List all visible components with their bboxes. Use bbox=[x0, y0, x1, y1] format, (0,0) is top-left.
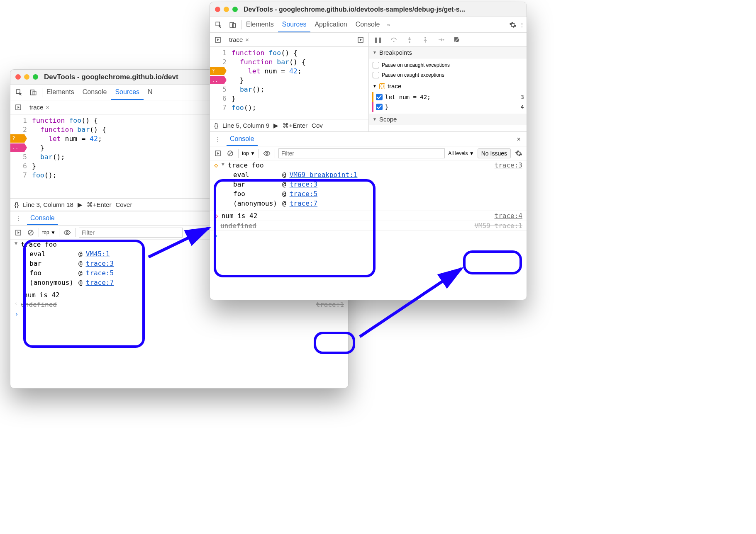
more-files-icon[interactable] bbox=[356, 35, 365, 44]
play-icon[interactable]: ▶ bbox=[78, 201, 83, 209]
console-undefined: undefined bbox=[220, 222, 256, 230]
source-link[interactable]: trace:1 bbox=[316, 301, 344, 308]
coverage-label[interactable]: Cover bbox=[115, 201, 132, 208]
close-icon[interactable]: × bbox=[245, 36, 249, 43]
source-link[interactable]: trace:5 bbox=[290, 190, 317, 198]
checkbox-icon[interactable] bbox=[376, 94, 383, 100]
source-link[interactable]: trace:5 bbox=[86, 269, 114, 277]
checkbox-icon[interactable] bbox=[376, 104, 383, 110]
pretty-print-icon[interactable]: {} bbox=[15, 201, 19, 208]
close-icon[interactable] bbox=[215, 7, 220, 12]
source-link[interactable]: trace:3 bbox=[86, 260, 114, 267]
step-out-icon[interactable] bbox=[421, 35, 430, 44]
source-link[interactable]: trace:3 bbox=[290, 180, 317, 188]
source-link[interactable]: trace:7 bbox=[86, 279, 114, 286]
tab-console[interactable]: Console bbox=[351, 17, 384, 32]
log-levels-selector[interactable]: All levels ▼ bbox=[448, 150, 474, 156]
console-prompt-icon[interactable]: › bbox=[15, 310, 19, 318]
kebab-menu-icon[interactable]: ⋮ bbox=[517, 20, 527, 29]
tab-elements[interactable]: Elements bbox=[42, 85, 78, 100]
maximize-icon[interactable] bbox=[33, 74, 38, 80]
filter-input[interactable] bbox=[79, 228, 183, 238]
tab-network-truncated[interactable]: N bbox=[144, 85, 157, 100]
source-link[interactable]: trace:3 bbox=[495, 161, 522, 169]
close-drawer-icon[interactable]: ✕ bbox=[514, 135, 523, 144]
breakpoint-row[interactable]: let num = 42; 3 bbox=[372, 92, 524, 102]
source-link[interactable]: trace:7 bbox=[290, 199, 317, 207]
show-console-sidebar-icon[interactable] bbox=[213, 149, 222, 158]
source-link[interactable]: trace:4 bbox=[495, 212, 522, 220]
breakpoint-marker-orange[interactable]: ? bbox=[210, 67, 227, 75]
no-issues-button[interactable]: No Issues bbox=[478, 148, 511, 158]
inspect-icon[interactable] bbox=[15, 88, 24, 97]
cursor-position: Line 5, Column 9 bbox=[222, 122, 269, 129]
step-into-icon[interactable] bbox=[405, 35, 414, 44]
source-link[interactable]: VM59 trace:1 bbox=[474, 222, 522, 230]
tab-sources[interactable]: Sources bbox=[111, 85, 144, 100]
breakpoint-marker-pink[interactable]: .. bbox=[210, 76, 227, 84]
context-selector[interactable]: top ▼ bbox=[242, 150, 255, 156]
run-shortcut: ⌘+Enter bbox=[283, 122, 307, 129]
tab-console-drawer[interactable]: Console bbox=[27, 212, 58, 225]
close-icon[interactable]: × bbox=[46, 104, 49, 111]
file-tab-trace[interactable]: trace × bbox=[26, 102, 53, 112]
drawer-menu-icon[interactable]: ⋮ bbox=[213, 135, 222, 144]
more-tabs-icon[interactable]: » bbox=[384, 20, 393, 29]
tab-elements[interactable]: Elements bbox=[242, 17, 278, 32]
checkbox-icon[interactable] bbox=[373, 62, 379, 68]
checkbox-icon[interactable] bbox=[373, 72, 379, 78]
settings-icon[interactable] bbox=[514, 149, 523, 158]
bp-file-label[interactable]: trace bbox=[388, 83, 401, 90]
source-link[interactable]: VM45:1 bbox=[86, 250, 110, 258]
inspect-icon[interactable] bbox=[214, 20, 223, 29]
svg-rect-1 bbox=[30, 90, 34, 95]
stack-frame: eval@ VM69 breakpoint:1 bbox=[229, 170, 527, 180]
settings-icon[interactable] bbox=[508, 20, 517, 29]
navigator-icon[interactable] bbox=[14, 103, 23, 112]
step-icon[interactable] bbox=[437, 35, 446, 44]
eye-icon[interactable] bbox=[63, 228, 72, 237]
breakpoint-marker-pink[interactable]: .. bbox=[10, 143, 27, 152]
filter-input[interactable] bbox=[278, 148, 445, 158]
pause-icon[interactable]: ❚❚ bbox=[373, 35, 383, 44]
minimize-icon[interactable] bbox=[224, 7, 229, 12]
context-selector[interactable]: top ▼ bbox=[42, 230, 56, 235]
stack-frame: foo@ trace:5 bbox=[229, 189, 527, 199]
pretty-print-icon[interactable]: {} bbox=[214, 122, 218, 129]
breakpoint-row[interactable]: } 4 bbox=[372, 102, 524, 112]
maximize-icon[interactable] bbox=[232, 7, 238, 12]
drawer-menu-icon[interactable]: ⋮ bbox=[14, 214, 23, 223]
bp-line-number: 4 bbox=[521, 104, 524, 110]
tab-sources[interactable]: Sources bbox=[278, 17, 311, 32]
clear-console-icon[interactable] bbox=[26, 228, 35, 237]
deactivate-breakpoints-icon[interactable] bbox=[452, 35, 461, 44]
show-console-sidebar-icon[interactable] bbox=[14, 228, 23, 237]
console-prompt-icon[interactable]: › bbox=[214, 232, 218, 240]
tab-console[interactable]: Console bbox=[78, 85, 111, 100]
clear-console-icon[interactable] bbox=[226, 149, 235, 158]
scope-section[interactable]: ▼Scope bbox=[369, 114, 527, 125]
close-icon[interactable] bbox=[15, 74, 21, 80]
navigator-icon[interactable] bbox=[213, 35, 222, 44]
window-title: DevTools - googlechrome.github.io/devt bbox=[44, 73, 178, 81]
step-over-icon[interactable] bbox=[389, 35, 398, 44]
play-icon[interactable]: ▶ bbox=[273, 122, 278, 129]
breakpoint-marker-orange[interactable]: ? bbox=[10, 134, 27, 143]
tab-application[interactable]: Application bbox=[310, 17, 351, 32]
console-trace-header[interactable]: trace foo bbox=[228, 161, 264, 169]
titlebar: DevTools - googlechrome.github.io/devtoo… bbox=[210, 2, 527, 17]
pause-caught-checkbox[interactable]: Pause on caught exceptions bbox=[373, 70, 523, 80]
minimize-icon[interactable] bbox=[24, 74, 29, 80]
tab-console-drawer[interactable]: Console bbox=[227, 133, 258, 146]
file-tab-trace[interactable]: trace × bbox=[226, 34, 252, 45]
breakpoints-section[interactable]: ▼Breakpoints bbox=[369, 47, 527, 58]
svg-point-8 bbox=[66, 231, 68, 233]
code-editor[interactable]: ? .. 1234567 function foo() { function b… bbox=[210, 47, 368, 119]
coverage-label[interactable]: Cov bbox=[312, 122, 323, 129]
eye-icon[interactable] bbox=[262, 149, 271, 158]
source-link[interactable]: VM69 breakpoint:1 bbox=[290, 171, 358, 179]
pause-uncaught-checkbox[interactable]: Pause on uncaught exceptions bbox=[373, 60, 523, 70]
main-toolbar: Elements Sources Application Console » ⋮ bbox=[210, 17, 527, 33]
device-icon[interactable] bbox=[228, 20, 237, 29]
device-icon[interactable] bbox=[29, 88, 38, 97]
